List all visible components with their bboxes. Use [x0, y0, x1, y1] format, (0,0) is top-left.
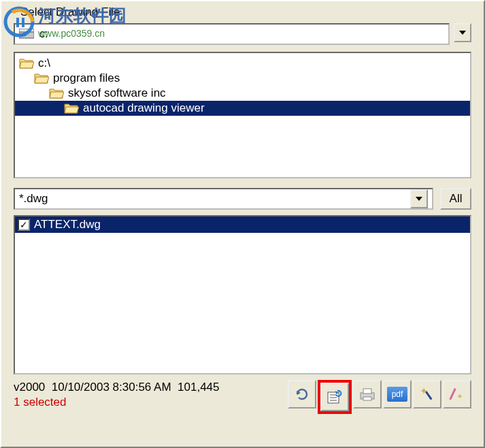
toolbar: pdf	[288, 380, 471, 414]
tree-item-label: autocad drawing viewer	[83, 101, 205, 115]
file-filter-value: *.dwg	[19, 192, 48, 206]
tree-item-label: skysof software inc	[68, 86, 166, 100]
svg-rect-11	[363, 389, 371, 394]
drive-icon	[19, 29, 34, 39]
svg-rect-17	[425, 391, 432, 400]
chevron-down-icon	[416, 197, 422, 201]
status-text: v2000 10/10/2003 8:30:56 AM 101,445 1 se…	[14, 380, 220, 410]
filter-dropdown-button[interactable]	[410, 189, 428, 208]
tree-item[interactable]: c:\	[15, 56, 470, 71]
svg-rect-12	[363, 397, 371, 400]
file-list[interactable]: ✓ ATTEXT.dwg	[14, 215, 471, 374]
folder-open-icon	[49, 87, 64, 99]
folder-open-icon	[64, 102, 79, 114]
file-name: ATTEXT.dwg	[34, 218, 101, 231]
pdf-icon: pdf	[387, 387, 407, 402]
highlight-annotation	[318, 380, 352, 414]
drive-selector[interactable]: c:	[14, 23, 450, 45]
print-button[interactable]	[353, 380, 382, 409]
wand-button[interactable]	[443, 380, 471, 409]
file-item[interactable]: ✓ ATTEXT.dwg	[15, 217, 470, 233]
refresh-icon	[295, 387, 310, 402]
svg-rect-4	[19, 29, 34, 32]
convert-button[interactable]	[413, 380, 441, 409]
magic-wand-icon	[449, 387, 465, 402]
tree-item[interactable]: program files	[15, 71, 470, 86]
status-size: 101,445	[178, 381, 219, 394]
folder-open-icon	[34, 72, 49, 84]
status-date: 10/10/2003	[52, 381, 110, 394]
file-filter-selector[interactable]: *.dwg	[14, 188, 433, 210]
drive-dropdown-button[interactable]	[454, 23, 471, 42]
folder-open-icon	[19, 57, 34, 69]
properties-button[interactable]	[320, 383, 349, 411]
status-time: 8:30:56 AM	[113, 381, 171, 394]
file-checkbox[interactable]: ✓	[18, 219, 30, 231]
refresh-button[interactable]	[288, 380, 316, 409]
svg-rect-18	[449, 388, 456, 400]
status-selected: 1 selected	[14, 395, 220, 410]
properties-icon	[327, 389, 343, 404]
chevron-down-icon	[459, 31, 466, 35]
drive-label: c:	[39, 28, 48, 40]
tree-item-label: program files	[53, 71, 120, 85]
all-button[interactable]: All	[440, 188, 471, 210]
pdf-button[interactable]: pdf	[383, 380, 412, 409]
folder-tree[interactable]: c:\ program files skysof software inc au…	[14, 52, 471, 178]
status-version: v2000	[14, 381, 45, 394]
svg-rect-5	[21, 35, 26, 36]
tree-item[interactable]: skysof software inc	[15, 86, 470, 101]
tree-item-label: c:\	[38, 57, 50, 70]
printer-icon	[359, 387, 375, 401]
wand-icon	[419, 387, 435, 402]
dialog-title: Select Drawing File	[20, 5, 471, 19]
tree-item[interactable]: autocad drawing viewer	[15, 101, 470, 116]
